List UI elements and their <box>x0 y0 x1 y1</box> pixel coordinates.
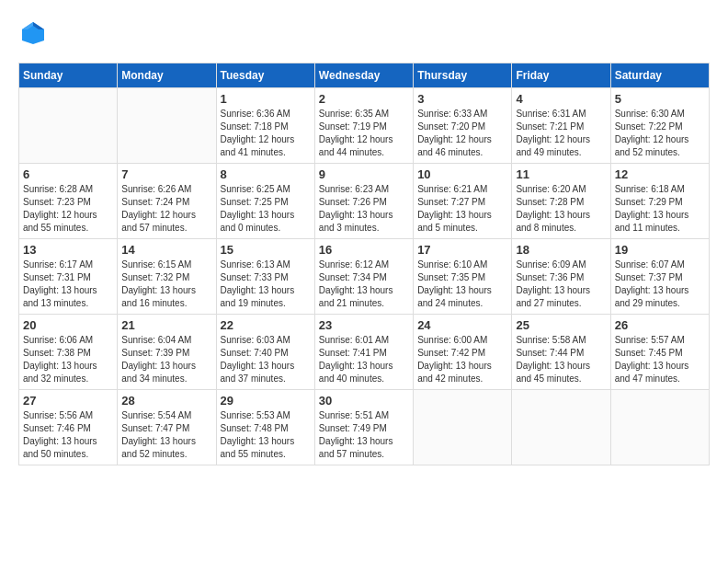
day-number: 15 <box>221 243 311 257</box>
calendar-week-row: 27Sunrise: 5:56 AM Sunset: 7:46 PM Dayli… <box>19 390 710 465</box>
day-info: Sunrise: 6:06 AM Sunset: 7:38 PM Dayligh… <box>23 334 113 385</box>
calendar-cell: 27Sunrise: 5:56 AM Sunset: 7:46 PM Dayli… <box>19 390 118 465</box>
day-number: 22 <box>221 318 311 332</box>
day-number: 11 <box>516 167 606 181</box>
weekday-header: Monday <box>118 63 216 88</box>
day-number: 9 <box>319 167 409 181</box>
day-number: 23 <box>319 318 409 332</box>
calendar-cell <box>414 390 512 465</box>
day-number: 12 <box>615 167 705 181</box>
day-info: Sunrise: 5:56 AM Sunset: 7:46 PM Dayligh… <box>23 409 113 461</box>
day-number: 20 <box>23 318 113 332</box>
day-number: 2 <box>319 92 409 106</box>
day-info: Sunrise: 5:57 AM Sunset: 7:45 PM Dayligh… <box>615 334 705 385</box>
calendar-cell: 30Sunrise: 5:51 AM Sunset: 7:49 PM Dayli… <box>314 390 413 465</box>
day-number: 26 <box>615 318 705 332</box>
day-info: Sunrise: 5:51 AM Sunset: 7:49 PM Dayligh… <box>319 409 409 461</box>
calendar-cell: 20Sunrise: 6:06 AM Sunset: 7:38 PM Dayli… <box>19 315 118 390</box>
calendar-table: SundayMondayTuesdayWednesdayThursdayFrid… <box>18 63 710 465</box>
day-number: 27 <box>23 394 113 408</box>
calendar-cell: 13Sunrise: 6:17 AM Sunset: 7:31 PM Dayli… <box>19 239 118 315</box>
logo <box>18 18 51 48</box>
calendar-cell: 29Sunrise: 5:53 AM Sunset: 7:48 PM Dayli… <box>216 390 314 465</box>
day-info: Sunrise: 6:33 AM Sunset: 7:20 PM Dayligh… <box>417 108 507 159</box>
calendar-cell: 28Sunrise: 5:54 AM Sunset: 7:47 PM Dayli… <box>118 390 216 465</box>
day-number: 28 <box>121 394 211 408</box>
calendar-cell: 26Sunrise: 5:57 AM Sunset: 7:45 PM Dayli… <box>610 315 709 390</box>
weekday-header: Saturday <box>610 63 709 88</box>
calendar-cell: 11Sunrise: 6:20 AM Sunset: 7:28 PM Dayli… <box>512 164 610 239</box>
day-number: 30 <box>319 394 409 408</box>
calendar-cell: 2Sunrise: 6:35 AM Sunset: 7:19 PM Daylig… <box>314 88 413 164</box>
calendar-cell <box>610 390 709 465</box>
day-info: Sunrise: 6:00 AM Sunset: 7:42 PM Dayligh… <box>417 334 507 385</box>
weekday-header: Friday <box>512 63 610 88</box>
day-number: 18 <box>516 243 606 257</box>
day-number: 17 <box>417 243 507 257</box>
day-info: Sunrise: 6:35 AM Sunset: 7:19 PM Dayligh… <box>319 108 409 159</box>
day-info: Sunrise: 6:26 AM Sunset: 7:24 PM Dayligh… <box>121 183 211 235</box>
day-number: 1 <box>221 92 311 106</box>
day-number: 10 <box>417 167 507 181</box>
calendar-cell <box>512 390 610 465</box>
day-info: Sunrise: 6:30 AM Sunset: 7:22 PM Dayligh… <box>615 108 705 159</box>
day-info: Sunrise: 6:04 AM Sunset: 7:39 PM Dayligh… <box>121 334 211 385</box>
day-number: 13 <box>23 243 113 257</box>
day-info: Sunrise: 6:09 AM Sunset: 7:36 PM Dayligh… <box>516 259 606 310</box>
weekday-header: Sunday <box>19 63 118 88</box>
calendar-cell: 12Sunrise: 6:18 AM Sunset: 7:29 PM Dayli… <box>610 164 709 239</box>
calendar-cell: 17Sunrise: 6:10 AM Sunset: 7:35 PM Dayli… <box>414 239 512 315</box>
day-info: Sunrise: 6:23 AM Sunset: 7:26 PM Dayligh… <box>319 183 409 235</box>
calendar-week-row: 13Sunrise: 6:17 AM Sunset: 7:31 PM Dayli… <box>19 239 710 315</box>
day-info: Sunrise: 6:28 AM Sunset: 7:23 PM Dayligh… <box>23 183 113 235</box>
day-number: 8 <box>221 167 311 181</box>
day-info: Sunrise: 6:01 AM Sunset: 7:41 PM Dayligh… <box>319 334 409 385</box>
calendar-cell: 16Sunrise: 6:12 AM Sunset: 7:34 PM Dayli… <box>314 239 413 315</box>
day-number: 5 <box>615 92 705 106</box>
day-info: Sunrise: 6:10 AM Sunset: 7:35 PM Dayligh… <box>417 259 507 310</box>
calendar-cell: 21Sunrise: 6:04 AM Sunset: 7:39 PM Dayli… <box>118 315 216 390</box>
day-info: Sunrise: 6:36 AM Sunset: 7:18 PM Dayligh… <box>221 108 311 159</box>
calendar-header-row: SundayMondayTuesdayWednesdayThursdayFrid… <box>19 63 710 88</box>
calendar-cell: 10Sunrise: 6:21 AM Sunset: 7:27 PM Dayli… <box>414 164 512 239</box>
day-info: Sunrise: 6:21 AM Sunset: 7:27 PM Dayligh… <box>417 183 507 235</box>
logo-icon <box>18 18 48 48</box>
calendar-cell: 22Sunrise: 6:03 AM Sunset: 7:40 PM Dayli… <box>216 315 314 390</box>
day-info: Sunrise: 5:54 AM Sunset: 7:47 PM Dayligh… <box>121 409 211 461</box>
day-info: Sunrise: 6:07 AM Sunset: 7:37 PM Dayligh… <box>615 259 705 310</box>
calendar-week-row: 20Sunrise: 6:06 AM Sunset: 7:38 PM Dayli… <box>19 315 710 390</box>
calendar-cell: 3Sunrise: 6:33 AM Sunset: 7:20 PM Daylig… <box>414 88 512 164</box>
calendar-week-row: 6Sunrise: 6:28 AM Sunset: 7:23 PM Daylig… <box>19 164 710 239</box>
calendar-cell: 6Sunrise: 6:28 AM Sunset: 7:23 PM Daylig… <box>19 164 118 239</box>
calendar-week-row: 1Sunrise: 6:36 AM Sunset: 7:18 PM Daylig… <box>19 88 710 164</box>
calendar-cell: 25Sunrise: 5:58 AM Sunset: 7:44 PM Dayli… <box>512 315 610 390</box>
day-info: Sunrise: 6:31 AM Sunset: 7:21 PM Dayligh… <box>516 108 606 159</box>
day-number: 24 <box>417 318 507 332</box>
weekday-header: Thursday <box>414 63 512 88</box>
calendar-cell: 5Sunrise: 6:30 AM Sunset: 7:22 PM Daylig… <box>610 88 709 164</box>
day-info: Sunrise: 6:12 AM Sunset: 7:34 PM Dayligh… <box>319 259 409 310</box>
day-info: Sunrise: 6:03 AM Sunset: 7:40 PM Dayligh… <box>221 334 311 385</box>
day-number: 21 <box>121 318 211 332</box>
day-number: 25 <box>516 318 606 332</box>
day-info: Sunrise: 5:53 AM Sunset: 7:48 PM Dayligh… <box>221 409 311 461</box>
calendar-cell: 7Sunrise: 6:26 AM Sunset: 7:24 PM Daylig… <box>118 164 216 239</box>
day-number: 29 <box>221 394 311 408</box>
day-number: 14 <box>121 243 211 257</box>
weekday-header: Wednesday <box>314 63 413 88</box>
day-number: 16 <box>319 243 409 257</box>
day-info: Sunrise: 6:15 AM Sunset: 7:32 PM Dayligh… <box>121 259 211 310</box>
day-number: 6 <box>23 167 113 181</box>
day-number: 3 <box>417 92 507 106</box>
day-number: 19 <box>615 243 705 257</box>
day-number: 7 <box>121 167 211 181</box>
calendar-cell <box>118 88 216 164</box>
calendar-cell: 14Sunrise: 6:15 AM Sunset: 7:32 PM Dayli… <box>118 239 216 315</box>
calendar-cell <box>19 88 118 164</box>
calendar-cell: 4Sunrise: 6:31 AM Sunset: 7:21 PM Daylig… <box>512 88 610 164</box>
weekday-header: Tuesday <box>216 63 314 88</box>
day-info: Sunrise: 6:20 AM Sunset: 7:28 PM Dayligh… <box>516 183 606 235</box>
day-number: 4 <box>516 92 606 106</box>
calendar-cell: 19Sunrise: 6:07 AM Sunset: 7:37 PM Dayli… <box>610 239 709 315</box>
day-info: Sunrise: 6:18 AM Sunset: 7:29 PM Dayligh… <box>615 183 705 235</box>
